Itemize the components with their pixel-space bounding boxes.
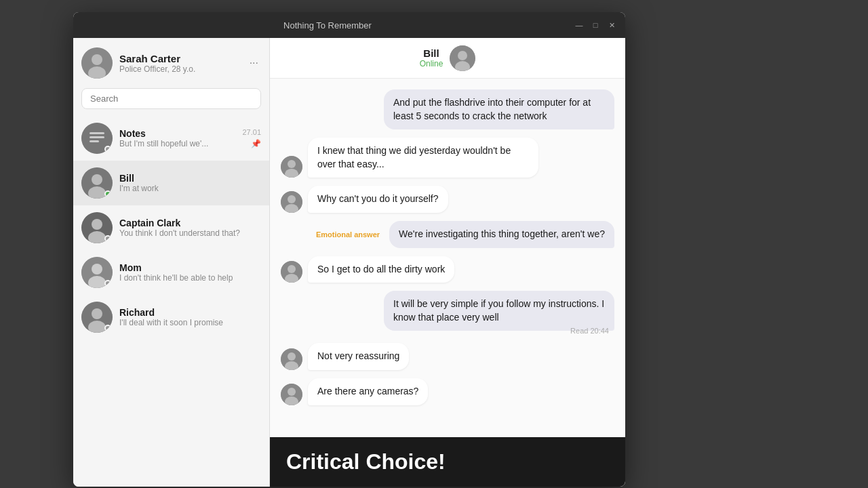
contact-info-notes: Notes But I'm still hopeful we'... xyxy=(119,128,235,148)
more-button[interactable]: ··· xyxy=(247,54,261,72)
contact-online-dot-mom xyxy=(104,280,111,287)
contact-info-captain-clark: Captain Clark You think I don't understa… xyxy=(119,218,261,238)
message-avatar-m3 xyxy=(281,191,302,213)
message-bubble-m2: I knew that thing we did yesterday would… xyxy=(308,138,538,178)
contact-preview-captain-clark: You think I don't understand that? xyxy=(119,228,261,238)
window-title: Nothing To Remember xyxy=(81,20,574,30)
message-row-m1: And put the flashdrive into their comput… xyxy=(281,89,614,129)
profile-avatar xyxy=(81,47,113,79)
pin-icon-notes: 📌 xyxy=(251,139,261,148)
contact-item-mom[interactable]: Mom I don't think he'll be able to help xyxy=(73,250,269,295)
chat-header-name: Bill xyxy=(420,47,443,59)
contact-online-dot-richard xyxy=(104,325,111,331)
message-avatar-m7 xyxy=(281,348,302,370)
message-group-m6: It will be very simple if you follow my … xyxy=(281,291,614,335)
svg-point-29 xyxy=(288,265,296,273)
message-row-m8: Are there any cameras? xyxy=(281,378,614,405)
svg-point-8 xyxy=(92,174,102,185)
profile-header: Sarah Carter Police Officer, 28 y.o. ··· xyxy=(73,38,269,88)
svg-point-32 xyxy=(288,352,296,361)
message-row-m4: Emotional answer We're investigating thi… xyxy=(281,221,614,248)
contact-name-bill: Bill xyxy=(119,173,254,184)
contact-online-dot-notes xyxy=(104,146,111,152)
message-label-m4: Emotional answer xyxy=(316,230,380,239)
message-row-m7: Not very reassuring xyxy=(281,343,614,370)
message-bubble-m4: We're investigating this thing together,… xyxy=(389,221,614,248)
profile-sub: Police Officer, 28 y.o. xyxy=(119,64,240,74)
svg-rect-5 xyxy=(90,136,104,138)
svg-rect-4 xyxy=(90,132,104,134)
contact-time-notes: 27.01 xyxy=(242,128,261,136)
contact-preview-mom: I don't think he'll be able to help xyxy=(119,273,261,283)
contact-avatar-mom xyxy=(81,257,113,288)
contact-avatar-bill xyxy=(81,167,113,199)
contact-item-notes[interactable]: Notes But I'm still hopeful we'... 27.01… xyxy=(73,116,269,161)
search-input[interactable] xyxy=(81,88,261,109)
chat-header-avatar xyxy=(450,45,475,71)
message-row-m6: It will be very simple if you follow my … xyxy=(384,291,614,331)
svg-point-11 xyxy=(92,219,102,230)
contact-info-bill: Bill I'm at work xyxy=(119,173,254,193)
contact-item-richard[interactable]: Richard I'll deal with it soon I promise xyxy=(73,295,269,340)
contact-list: Notes But I'm still hopeful we'... 27.01… xyxy=(73,116,269,487)
critical-choice-banner[interactable]: Critical Choice! xyxy=(270,437,625,487)
chat-header-info: Bill Online xyxy=(420,47,443,68)
message-bubble-m5: So I get to do all the dirty work xyxy=(308,256,454,283)
maximize-button[interactable]: □ xyxy=(590,20,601,30)
svg-point-17 xyxy=(92,308,102,319)
contact-info-richard: Richard I'll deal with it soon I promise xyxy=(119,307,261,327)
chat-header-status: Online xyxy=(420,59,443,68)
message-avatar-m8 xyxy=(281,384,302,405)
svg-point-20 xyxy=(458,51,467,60)
close-button[interactable]: ✕ xyxy=(606,20,617,30)
svg-point-23 xyxy=(288,160,296,168)
contact-online-dot-captain-clark xyxy=(104,235,111,242)
contact-meta-notes: 27.01 📌 xyxy=(242,128,261,148)
messages-container: And put the flashdrive into their comput… xyxy=(270,79,625,437)
critical-choice-text: Critical Choice! xyxy=(286,449,446,474)
contact-avatar-notes xyxy=(81,123,113,154)
chat-header: Bill Online xyxy=(270,38,625,79)
app-body: Sarah Carter Police Officer, 28 y.o. ··· xyxy=(73,38,625,487)
contact-info-mom: Mom I don't think he'll be able to help xyxy=(119,262,261,283)
app-window: Nothing To Remember — □ ✕ Sarah Carter xyxy=(73,12,625,487)
contact-preview-bill: I'm at work xyxy=(119,184,254,193)
chat-area: Bill Online And put the flashdrive into … xyxy=(270,38,625,487)
title-bar: Nothing To Remember — □ ✕ xyxy=(73,12,625,38)
message-bubble-m6: It will be very simple if you follow my … xyxy=(384,291,614,331)
contact-name-richard: Richard xyxy=(119,307,261,318)
svg-point-14 xyxy=(92,264,102,274)
read-receipt-m6: Read 20:44 xyxy=(570,327,614,335)
profile-info: Sarah Carter Police Officer, 28 y.o. xyxy=(119,53,240,74)
svg-point-1 xyxy=(92,54,102,65)
svg-rect-6 xyxy=(90,140,99,142)
profile-name: Sarah Carter xyxy=(119,53,240,64)
contact-item-bill[interactable]: Bill I'm at work xyxy=(73,161,269,205)
message-row-m5: So I get to do all the dirty work xyxy=(281,256,614,283)
contact-name-mom: Mom xyxy=(119,262,261,273)
message-bubble-m7: Not very reassuring xyxy=(308,343,409,370)
svg-point-35 xyxy=(288,388,296,396)
message-row-m2: I knew that thing we did yesterday would… xyxy=(281,138,614,178)
contact-name-captain-clark: Captain Clark xyxy=(119,218,261,228)
contact-preview-richard: I'll deal with it soon I promise xyxy=(119,318,261,327)
message-bubble-m8: Are there any cameras? xyxy=(308,378,428,405)
search-box xyxy=(81,88,261,109)
contact-preview-notes: But I'm still hopeful we'... xyxy=(119,139,235,148)
minimize-button[interactable]: — xyxy=(574,20,585,30)
message-bubble-m1: And put the flashdrive into their comput… xyxy=(384,89,614,129)
window-controls: — □ ✕ xyxy=(574,20,617,30)
contact-avatar-richard xyxy=(81,302,113,333)
message-bubble-m3: Why can't you do it yourself? xyxy=(308,186,448,213)
contact-name-notes: Notes xyxy=(119,128,235,139)
message-avatar-m5 xyxy=(281,261,302,283)
message-row-m3: Why can't you do it yourself? xyxy=(281,186,614,213)
message-avatar-m2 xyxy=(281,156,302,178)
sidebar: Sarah Carter Police Officer, 28 y.o. ··· xyxy=(73,38,270,487)
contact-avatar-captain-clark xyxy=(81,212,113,243)
contact-item-captain-clark[interactable]: Captain Clark You think I don't understa… xyxy=(73,205,269,250)
contact-online-dot-bill xyxy=(104,190,111,197)
svg-point-26 xyxy=(288,195,296,203)
